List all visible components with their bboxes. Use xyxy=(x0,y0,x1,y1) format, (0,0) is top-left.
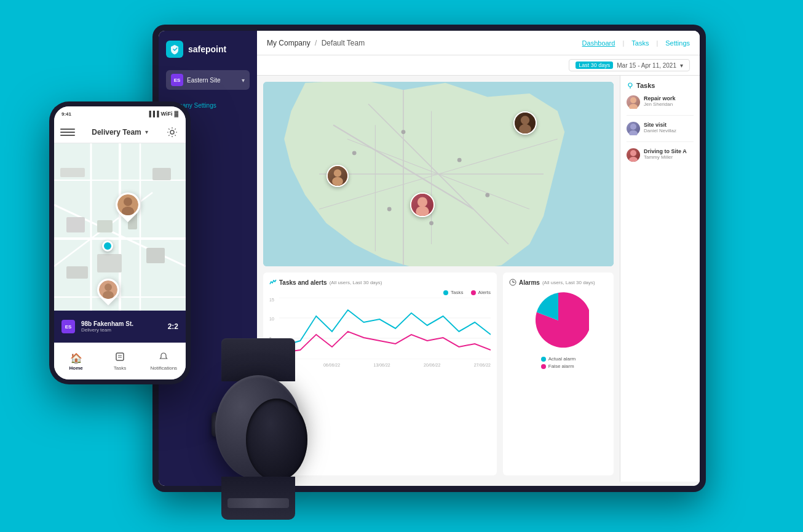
task-item-1: Repair work Jen Sheridan xyxy=(627,95,694,116)
site-badge: ES xyxy=(171,74,183,86)
date-range: Mar 15 - Apr 11, 2021 xyxy=(617,62,676,69)
date-pill[interactable]: Last 30 days Mar 15 - Apr 11, 2021 ▾ xyxy=(569,59,690,71)
nav-dashboard[interactable]: Dashboard xyxy=(582,39,615,47)
tab-home-label: Home xyxy=(69,365,83,371)
task-info-3: Driving to Site A Tammy Miller xyxy=(644,148,694,160)
phone-pin-person2 xyxy=(97,279,119,301)
svg-point-11 xyxy=(457,158,462,162)
svg-point-9 xyxy=(352,151,357,155)
settings-button[interactable] xyxy=(165,125,180,140)
menu-icon xyxy=(60,129,75,130)
breadcrumb-sep: / xyxy=(315,39,319,47)
svg-rect-45 xyxy=(66,217,85,232)
address-time: 2:2 xyxy=(168,322,178,331)
legend-false-alarm: False alarm xyxy=(541,363,576,369)
svg-point-57 xyxy=(105,284,112,291)
svg-point-17 xyxy=(520,116,529,124)
pie-legend: Actual alarm False alarm xyxy=(541,356,576,369)
signal-icon: ▐▐▐ xyxy=(147,111,159,117)
task-info-1: Repair work Jen Sheridan xyxy=(644,95,694,107)
menu-button[interactable] xyxy=(60,125,75,140)
address-team: Delivery team xyxy=(81,327,162,333)
user-location-dot xyxy=(102,240,113,252)
nav-settings[interactable]: Settings xyxy=(665,39,690,47)
header-nav: Dashboard | Tasks | Settings xyxy=(582,39,690,47)
legend-alerts-dot xyxy=(471,290,476,295)
svg-point-16 xyxy=(332,177,343,186)
svg-point-54 xyxy=(124,197,132,206)
location-icon xyxy=(627,82,634,89)
site-name: Eastern Site xyxy=(187,77,238,84)
breadcrumb-team: Default Team xyxy=(322,39,365,47)
home-icon: 🏠 xyxy=(70,352,82,364)
menu-icon xyxy=(60,132,75,133)
phone-device: 9:41 ▐▐▐ WiFi ▓ Delivery Team ▾ xyxy=(49,101,191,384)
svg-point-30 xyxy=(629,104,638,109)
phone-address-bar: ES 98b Fakenham St. Delivery team 2:2 xyxy=(54,311,186,343)
breadcrumb-company: My Company xyxy=(267,39,311,47)
tab-notifications[interactable]: Notifications xyxy=(142,343,186,379)
svg-point-20 xyxy=(416,206,430,217)
content-area: Tasks and alerts (All users, Last 30 day… xyxy=(257,76,700,482)
gear-icon xyxy=(167,127,178,138)
team-selector[interactable]: Delivery Team ▾ xyxy=(80,128,160,137)
phone-topbar: Delivery Team ▾ xyxy=(54,121,186,143)
pie-chart-card: Alarms (All users, Last 30 days) xyxy=(503,272,614,475)
team-name: Delivery Team xyxy=(92,128,141,137)
svg-point-18 xyxy=(519,124,531,134)
sidebar-logo: safepoint xyxy=(166,41,250,58)
map-avatar-2 xyxy=(513,111,537,135)
phone-pin-inner2 xyxy=(99,280,117,299)
line-chart-inner: 151050 xyxy=(269,298,491,367)
svg-rect-48 xyxy=(97,254,122,272)
tasks-title: Tasks xyxy=(627,82,694,89)
phone-pin-person xyxy=(116,193,140,217)
phone-pin-inner xyxy=(117,194,138,215)
svg-rect-50 xyxy=(66,266,88,279)
site-selector[interactable]: ES Eastern Site ▾ xyxy=(166,70,250,90)
line-chart-svg xyxy=(279,298,491,359)
menu-icon xyxy=(60,135,75,136)
watch-body xyxy=(215,375,301,480)
date-label: Last 30 days xyxy=(576,62,613,69)
tab-home[interactable]: 🏠 Home xyxy=(54,343,98,379)
phone-status-icons: ▐▐▐ WiFi ▓ xyxy=(147,111,178,117)
map-background xyxy=(263,82,614,266)
phone-pin-bubble2 xyxy=(93,274,124,306)
svg-point-29 xyxy=(630,97,636,103)
address-info: 98b Fakenham St. Delivery team xyxy=(81,320,162,333)
svg-point-10 xyxy=(402,130,406,134)
tab-notifications-label: Notifications xyxy=(151,365,178,371)
svg-point-13 xyxy=(485,193,489,197)
svg-rect-46 xyxy=(97,220,113,232)
wifi-icon: WiFi xyxy=(161,111,173,117)
watch-screen xyxy=(246,399,307,481)
task-item-2: Site visit Daniel Nevillaz xyxy=(627,122,694,142)
task-avatar-3 xyxy=(627,148,640,162)
svg-rect-49 xyxy=(146,248,165,263)
bell-icon xyxy=(159,352,168,364)
logo-icon xyxy=(166,41,183,58)
svg-point-14 xyxy=(429,221,433,225)
svg-point-32 xyxy=(629,130,638,135)
svg-rect-52 xyxy=(152,168,171,180)
date-filter: Last 30 days Mar 15 - Apr 11, 2021 ▾ xyxy=(257,55,700,76)
pie-chart-svg xyxy=(528,290,589,351)
phone-tab-bar: 🏠 Home Tasks Notifications xyxy=(54,343,186,379)
task-info-2: Site visit Daniel Nevillaz xyxy=(644,122,694,133)
phone-pin-bubble xyxy=(111,188,146,223)
phone-map xyxy=(54,143,186,334)
tab-tasks[interactable]: Tasks xyxy=(98,343,141,379)
nav-tasks[interactable]: Tasks xyxy=(631,39,649,47)
tablet-header: My Company / Default Team Dashboard | Ta… xyxy=(257,31,700,55)
svg-point-12 xyxy=(387,207,392,212)
pie-container: Actual alarm False alarm xyxy=(509,290,607,369)
logo-text: safepoint xyxy=(188,44,226,54)
phone-statusbar: 9:41 ▐▐▐ WiFi ▓ xyxy=(54,106,186,121)
task-avatar-1 xyxy=(627,95,640,109)
phone-screen: 9:41 ▐▐▐ WiFi ▓ Delivery Team ▾ xyxy=(54,106,186,379)
team-chevron-icon: ▾ xyxy=(145,129,148,135)
svg-point-28 xyxy=(628,83,632,87)
chart-legend: Tasks Alerts xyxy=(269,290,491,295)
breadcrumb: My Company / Default Team xyxy=(267,39,365,47)
